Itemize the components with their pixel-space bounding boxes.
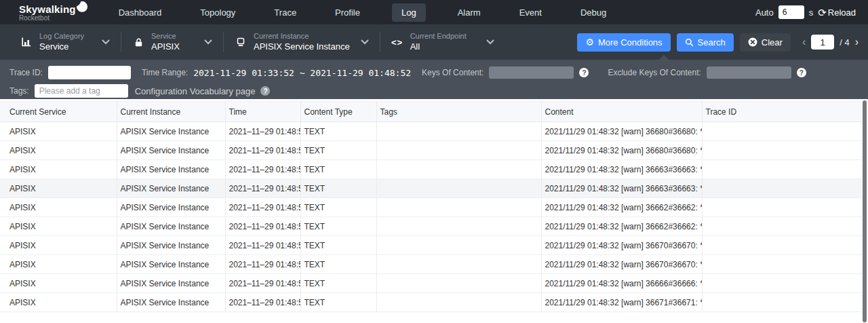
time-range-value[interactable]: 2021-11-29 01:33:52 ~ 2021-11-29 01:48:5… bbox=[193, 68, 411, 78]
cell-time: 2021–11–29 01:48:52 bbox=[225, 255, 300, 274]
conditions-row-1: Trace ID: Time Range: 2021-11-29 01:33:5… bbox=[9, 64, 859, 81]
selector-label: Current Endpoint bbox=[410, 32, 475, 41]
reload-button[interactable]: ⟳ Reload bbox=[818, 7, 856, 18]
page-number-input[interactable] bbox=[811, 35, 834, 50]
log-table: Current Service Current Instance Time Co… bbox=[0, 101, 863, 312]
cell-current-service: APISIX bbox=[0, 160, 117, 179]
cell-trace-id bbox=[702, 141, 863, 160]
cell-tags bbox=[376, 236, 541, 255]
chevron-down-icon bbox=[486, 39, 494, 45]
cell-tags bbox=[376, 122, 541, 141]
col-time: Time bbox=[225, 102, 300, 122]
cell-content: 2021/11/29 01:48:32 [warn] 36670#36670: … bbox=[541, 255, 702, 274]
table-row[interactable]: APISIX APISIX Service Instance 2021–11–2… bbox=[0, 236, 863, 255]
nav-item-topology[interactable]: Topology bbox=[193, 3, 242, 22]
table-row[interactable]: APISIX APISIX Service Instance 2021–11–2… bbox=[0, 179, 863, 198]
logo-title: Skywalking bbox=[19, 3, 76, 15]
nav-item-event[interactable]: Event bbox=[513, 3, 549, 22]
prev-page-icon[interactable]: ‹ bbox=[802, 37, 806, 48]
scrollbar-thumb[interactable] bbox=[863, 100, 867, 322]
cell-trace-id bbox=[702, 198, 863, 217]
col-current-service: Current Service bbox=[0, 102, 117, 122]
cell-content-type: TEXT bbox=[300, 141, 376, 160]
clear-button[interactable]: Clear bbox=[740, 33, 791, 52]
top-navbar: Skywalking Rocketbot DashboardTopologyTr… bbox=[0, 0, 868, 24]
cell-time: 2021–11–29 01:48:52 bbox=[225, 274, 300, 293]
cell-tags bbox=[376, 179, 541, 198]
table-row[interactable]: APISIX APISIX Service Instance 2021–11–2… bbox=[0, 141, 863, 160]
toolbar-actions: ⚙ More Conditions Search Clear ‹ / 4 › bbox=[577, 33, 859, 52]
nav-item-alarm[interactable]: Alarm bbox=[451, 3, 488, 22]
log-category-selector[interactable]: Log Category Service bbox=[20, 32, 110, 52]
nav-item-dashboard[interactable]: Dashboard bbox=[112, 3, 169, 22]
current-instance-selector[interactable]: Current Instance APISIX Service Instance bbox=[235, 32, 369, 52]
exclude-keys-help-icon[interactable]: ? bbox=[797, 68, 806, 77]
nav-item-debug[interactable]: Debug bbox=[574, 3, 613, 22]
table-row[interactable]: APISIX APISIX Service Instance 2021–11–2… bbox=[0, 160, 863, 179]
auto-label: Auto bbox=[755, 7, 774, 18]
nav-item-log[interactable]: Log bbox=[392, 3, 426, 22]
selector-value: Service bbox=[39, 41, 91, 52]
cell-content-type: TEXT bbox=[300, 160, 376, 179]
cell-trace-id bbox=[702, 217, 863, 236]
clear-label: Clear bbox=[762, 37, 783, 48]
table-row[interactable]: APISIX APISIX Service Instance 2021–11–2… bbox=[0, 198, 863, 217]
col-trace-id: Trace ID bbox=[702, 102, 863, 122]
cell-trace-id bbox=[702, 274, 863, 293]
current-endpoint-selector[interactable]: <> Current Endpoint All bbox=[391, 32, 494, 52]
vocabulary-help-icon[interactable]: ? bbox=[260, 86, 270, 96]
cell-content-type: TEXT bbox=[300, 293, 376, 312]
cell-tags bbox=[376, 217, 541, 236]
selector-toolbar: Log Category Service Service APISIX Curr… bbox=[0, 24, 868, 60]
cell-tags bbox=[376, 160, 541, 179]
nav-item-label: Debug bbox=[580, 7, 606, 18]
nav-item-trace[interactable]: Trace bbox=[267, 3, 303, 22]
auto-unit: s bbox=[809, 7, 814, 18]
tags-input[interactable] bbox=[35, 84, 128, 98]
search-icon bbox=[685, 38, 694, 47]
cell-current-instance: APISIX Service Instance bbox=[117, 198, 225, 217]
more-conditions-button[interactable]: ⚙ More Conditions bbox=[577, 33, 670, 52]
nav-item-label: Dashboard bbox=[119, 7, 162, 18]
table-row[interactable]: APISIX APISIX Service Instance 2021–11–2… bbox=[0, 255, 863, 274]
table-row[interactable]: APISIX APISIX Service Instance 2021–11–2… bbox=[0, 217, 863, 236]
table-row[interactable]: APISIX APISIX Service Instance 2021–11–2… bbox=[0, 274, 863, 293]
table-header-row: Current Service Current Instance Time Co… bbox=[0, 102, 863, 122]
auto-reload-controls: Auto s ⟳ Reload bbox=[755, 5, 856, 19]
cell-time: 2021–11–29 01:48:52 bbox=[225, 198, 300, 217]
auto-interval-input[interactable] bbox=[778, 5, 804, 19]
clear-icon bbox=[748, 37, 757, 47]
pagination: ‹ / 4 › bbox=[802, 35, 859, 50]
cell-content: 2021/11/29 01:48:32 [warn] 36662#36662: … bbox=[541, 217, 702, 236]
cell-content-type: TEXT bbox=[300, 179, 376, 198]
cell-time: 2021–11–29 01:48:52 bbox=[225, 217, 300, 236]
service-selector[interactable]: Service APISIX bbox=[132, 32, 212, 52]
keys-of-content-input[interactable] bbox=[489, 66, 574, 79]
table-scrollbar[interactable] bbox=[862, 99, 868, 323]
app-logo[interactable]: Skywalking Rocketbot bbox=[19, 3, 87, 22]
table-row[interactable]: APISIX APISIX Service Instance 2021–11–2… bbox=[0, 293, 863, 312]
keys-help-icon[interactable]: ? bbox=[579, 68, 589, 77]
trace-id-label: Trace ID: bbox=[9, 68, 43, 77]
cell-tags bbox=[376, 198, 541, 217]
table-row[interactable]: APISIX APISIX Service Instance 2021–11–2… bbox=[0, 122, 863, 141]
cell-current-service: APISIX bbox=[0, 274, 117, 293]
next-page-icon[interactable]: › bbox=[855, 37, 859, 48]
exclude-keys-input[interactable] bbox=[707, 66, 791, 79]
cell-content-type: TEXT bbox=[300, 236, 376, 255]
nav-item-profile[interactable]: Profile bbox=[328, 3, 367, 22]
divider bbox=[223, 32, 224, 52]
nav-item-label: Trace bbox=[274, 7, 296, 18]
log-table-body: APISIX APISIX Service Instance 2021–11–2… bbox=[0, 122, 863, 312]
nav-item-label: Event bbox=[519, 7, 542, 18]
cell-tags bbox=[376, 255, 541, 274]
chart-icon bbox=[20, 37, 33, 48]
search-button[interactable]: Search bbox=[677, 33, 734, 52]
cell-content: 2021/11/29 01:48:32 [warn] 36666#36666: … bbox=[541, 274, 702, 293]
configuration-vocabulary-link[interactable]: Configuration Vocabulary page bbox=[135, 86, 256, 96]
cell-current-instance: APISIX Service Instance bbox=[117, 293, 225, 312]
endpoint-icon: <> bbox=[391, 37, 403, 48]
cell-current-service: APISIX bbox=[0, 217, 117, 236]
trace-id-input[interactable] bbox=[48, 66, 131, 79]
cell-current-instance: APISIX Service Instance bbox=[117, 160, 225, 179]
